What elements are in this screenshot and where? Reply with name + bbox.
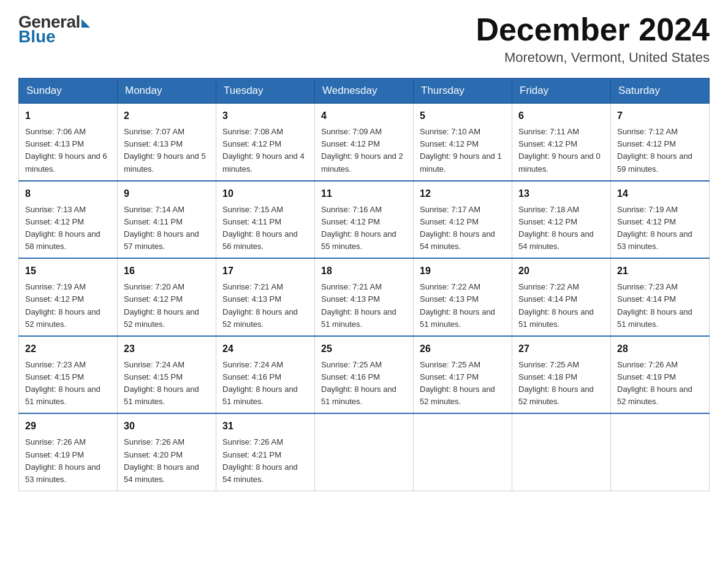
header-friday: Friday [512,79,611,104]
title-block: December 2024 Moretown, Vermont, United … [476,12,710,66]
header-wednesday: Wednesday [315,79,414,104]
day-info: Sunrise: 7:17 AMSunset: 4:12 PMDaylight:… [420,204,506,253]
header-thursday: Thursday [414,79,512,104]
calendar-day-cell: 23Sunrise: 7:24 AMSunset: 4:15 PMDayligh… [118,336,216,414]
day-number: 17 [222,264,308,278]
day-info: Sunrise: 7:21 AMSunset: 4:13 PMDaylight:… [321,281,407,331]
day-number: 26 [420,342,506,356]
calendar-day-cell: 13Sunrise: 7:18 AMSunset: 4:12 PMDayligh… [512,181,611,259]
calendar-day-cell: 20Sunrise: 7:22 AMSunset: 4:14 PMDayligh… [512,258,611,336]
day-info: Sunrise: 7:13 AMSunset: 4:12 PMDaylight:… [25,204,111,253]
day-number: 1 [25,109,111,123]
day-info: Sunrise: 7:10 AMSunset: 4:12 PMDaylight:… [420,126,506,175]
day-number: 2 [124,109,210,123]
day-number: 19 [420,264,506,278]
day-number: 5 [420,109,506,123]
day-number: 14 [617,186,703,201]
calendar-day-cell: 4Sunrise: 7:09 AMSunset: 4:12 PMDaylight… [315,104,414,181]
calendar-day-cell: 25Sunrise: 7:25 AMSunset: 4:16 PMDayligh… [315,336,414,414]
calendar-day-cell [414,413,512,491]
day-number: 29 [25,419,111,434]
calendar-day-cell: 5Sunrise: 7:10 AMSunset: 4:12 PMDaylight… [414,104,512,181]
day-info: Sunrise: 7:26 AMSunset: 4:21 PMDaylight:… [222,436,308,486]
day-info: Sunrise: 7:15 AMSunset: 4:11 PMDaylight:… [222,204,308,253]
day-number: 15 [25,264,111,278]
day-number: 23 [124,342,210,356]
calendar-header-row: Sunday Monday Tuesday Wednesday Thursday… [19,79,710,104]
day-number: 31 [222,419,308,434]
day-number: 6 [518,109,604,123]
calendar-day-cell: 18Sunrise: 7:21 AMSunset: 4:13 PMDayligh… [315,258,414,336]
day-info: Sunrise: 7:22 AMSunset: 4:13 PMDaylight:… [420,281,506,331]
day-number: 20 [518,264,604,278]
day-number: 7 [617,109,703,123]
day-number: 24 [222,342,308,356]
calendar-day-cell: 30Sunrise: 7:26 AMSunset: 4:20 PMDayligh… [118,413,216,491]
location-text: Moretown, Vermont, United States [476,50,710,66]
day-info: Sunrise: 7:18 AMSunset: 4:12 PMDaylight:… [518,204,604,253]
day-number: 16 [124,264,210,278]
day-number: 3 [222,109,308,123]
day-info: Sunrise: 7:11 AMSunset: 4:12 PMDaylight:… [518,126,604,175]
calendar-table: Sunday Monday Tuesday Wednesday Thursday… [18,78,710,491]
day-number: 28 [617,342,703,356]
day-number: 4 [321,109,407,123]
day-number: 9 [124,186,210,201]
day-info: Sunrise: 7:26 AMSunset: 4:19 PMDaylight:… [617,359,703,408]
calendar-day-cell: 3Sunrise: 7:08 AMSunset: 4:12 PMDaylight… [216,104,315,181]
calendar-week-row-1: 1Sunrise: 7:06 AMSunset: 4:13 PMDaylight… [19,104,710,181]
day-info: Sunrise: 7:06 AMSunset: 4:13 PMDaylight:… [25,126,111,175]
day-info: Sunrise: 7:14 AMSunset: 4:11 PMDaylight:… [124,204,210,253]
day-info: Sunrise: 7:23 AMSunset: 4:14 PMDaylight:… [617,281,703,331]
calendar-day-cell: 12Sunrise: 7:17 AMSunset: 4:12 PMDayligh… [414,181,512,259]
calendar-week-row-4: 22Sunrise: 7:23 AMSunset: 4:15 PMDayligh… [19,336,710,414]
header-saturday: Saturday [611,79,710,104]
day-info: Sunrise: 7:22 AMSunset: 4:14 PMDaylight:… [518,281,604,331]
day-info: Sunrise: 7:24 AMSunset: 4:16 PMDaylight:… [222,359,308,408]
day-info: Sunrise: 7:09 AMSunset: 4:12 PMDaylight:… [321,126,407,175]
day-number: 8 [25,186,111,201]
calendar-day-cell: 31Sunrise: 7:26 AMSunset: 4:21 PMDayligh… [216,413,315,491]
calendar-day-cell: 19Sunrise: 7:22 AMSunset: 4:13 PMDayligh… [414,258,512,336]
day-info: Sunrise: 7:08 AMSunset: 4:12 PMDaylight:… [222,126,308,175]
calendar-day-cell: 7Sunrise: 7:12 AMSunset: 4:12 PMDaylight… [611,104,710,181]
day-number: 30 [124,419,210,434]
calendar-day-cell: 29Sunrise: 7:26 AMSunset: 4:19 PMDayligh… [19,413,118,491]
day-info: Sunrise: 7:25 AMSunset: 4:16 PMDaylight:… [321,359,407,408]
logo-blue-text: Blue [18,28,56,45]
calendar-day-cell: 16Sunrise: 7:20 AMSunset: 4:12 PMDayligh… [118,258,216,336]
logo: General Blue [18,12,90,45]
day-info: Sunrise: 7:23 AMSunset: 4:15 PMDaylight:… [25,359,111,408]
calendar-day-cell: 6Sunrise: 7:11 AMSunset: 4:12 PMDaylight… [512,104,611,181]
calendar-day-cell [611,413,710,491]
month-title: December 2024 [476,12,710,47]
calendar-day-cell: 15Sunrise: 7:19 AMSunset: 4:12 PMDayligh… [19,258,118,336]
calendar-day-cell: 1Sunrise: 7:06 AMSunset: 4:13 PMDaylight… [19,104,118,181]
day-number: 22 [25,342,111,356]
calendar-day-cell: 8Sunrise: 7:13 AMSunset: 4:12 PMDaylight… [19,181,118,259]
header-sunday: Sunday [19,79,118,104]
calendar-day-cell: 9Sunrise: 7:14 AMSunset: 4:11 PMDaylight… [118,181,216,259]
day-number: 11 [321,186,407,201]
day-info: Sunrise: 7:07 AMSunset: 4:13 PMDaylight:… [124,126,210,175]
header-monday: Monday [118,79,216,104]
calendar-day-cell: 22Sunrise: 7:23 AMSunset: 4:15 PMDayligh… [19,336,118,414]
logo-arrow-icon [82,19,90,28]
calendar-day-cell: 24Sunrise: 7:24 AMSunset: 4:16 PMDayligh… [216,336,315,414]
day-number: 21 [617,264,703,278]
calendar-day-cell [512,413,611,491]
day-number: 13 [518,186,604,201]
calendar-day-cell [315,413,414,491]
page-header: General Blue December 2024 Moretown, Ver… [18,12,710,66]
day-info: Sunrise: 7:20 AMSunset: 4:12 PMDaylight:… [124,281,210,331]
calendar-day-cell: 10Sunrise: 7:15 AMSunset: 4:11 PMDayligh… [216,181,315,259]
day-number: 27 [518,342,604,356]
calendar-day-cell: 27Sunrise: 7:25 AMSunset: 4:18 PMDayligh… [512,336,611,414]
header-tuesday: Tuesday [216,79,315,104]
calendar-week-row-2: 8Sunrise: 7:13 AMSunset: 4:12 PMDaylight… [19,181,710,259]
calendar-day-cell: 2Sunrise: 7:07 AMSunset: 4:13 PMDaylight… [118,104,216,181]
day-number: 12 [420,186,506,201]
day-info: Sunrise: 7:25 AMSunset: 4:18 PMDaylight:… [518,359,604,408]
day-info: Sunrise: 7:19 AMSunset: 4:12 PMDaylight:… [25,281,111,331]
day-info: Sunrise: 7:26 AMSunset: 4:19 PMDaylight:… [25,436,111,486]
